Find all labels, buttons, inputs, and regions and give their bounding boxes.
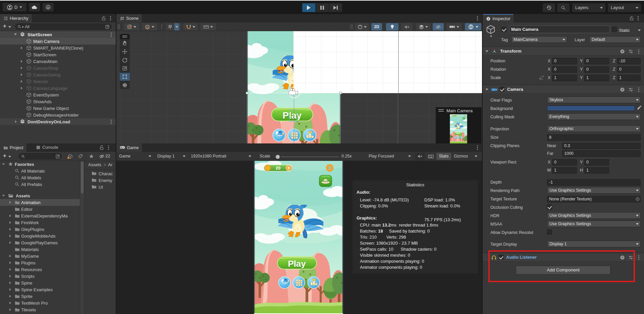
svg-text:Y: Y [169, 27, 171, 29]
